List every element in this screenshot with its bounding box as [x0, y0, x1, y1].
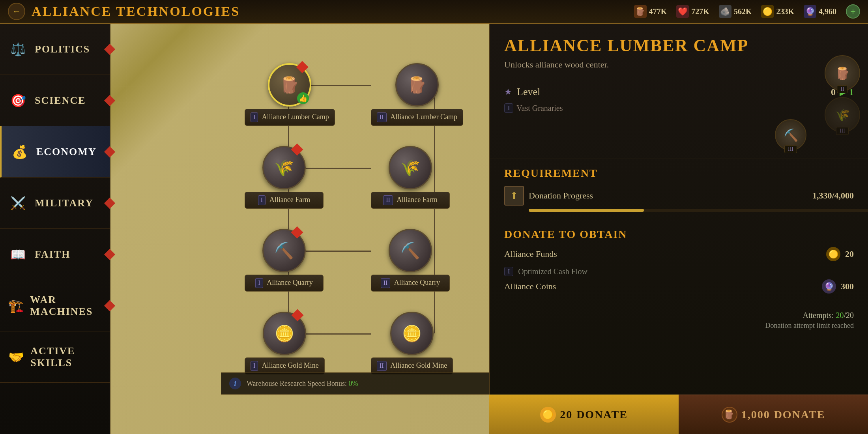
sidebar-label-war-machines: WAR MACHINES: [30, 294, 102, 318]
mine1-label: I Alliance Gold Mine: [245, 357, 325, 374]
info-text: Warehouse Research Speed Bonus: 0%: [247, 380, 358, 388]
sidebar-item-war-machines[interactable]: 🏗️ WAR MACHINES: [0, 280, 110, 331]
donate-gold-coin-icon: 🟡: [540, 407, 556, 423]
donate-obtain-title: DONATE TO OBTAIN: [504, 228, 854, 241]
farm1-label: I Alliance Farm: [245, 192, 324, 209]
sidebar-item-politics[interactable]: ⚖️ POLITICS: [0, 24, 110, 75]
level-badge-mine2: II: [377, 361, 387, 371]
side-node-2: 🌾 III: [825, 97, 860, 133]
tech-node-farm2[interactable]: 🌾 II Alliance Farm: [371, 146, 450, 209]
quarry2-circle: ⛏️: [389, 229, 432, 272]
info-icon: i: [229, 378, 241, 389]
quarry1-label: I Alliance Quarry: [245, 275, 324, 292]
quarry1-circle: ⛏️: [262, 229, 306, 272]
level-badge-farm1: I: [258, 195, 266, 205]
donate-wood-label: DONATE: [774, 408, 825, 421]
food-icon: ❤️: [676, 5, 689, 18]
food-resource: ❤️ 727K: [676, 5, 709, 18]
sub-node-vast-granaries: I Vast Granaries: [504, 103, 563, 113]
resource-bar: 🪵 477K ❤️ 727K 🪨 562K 🟡 233K 🔮 4,960 +: [634, 4, 860, 19]
sidebar-item-faith[interactable]: 📖 FAITH: [0, 229, 110, 280]
war-machines-icon: 🏗️: [8, 296, 24, 316]
farm1-circle: 🌾: [262, 146, 306, 189]
politics-icon: ⚖️: [8, 39, 28, 60]
req-row: ⬆ Donation Progress 1,330/4,000: [504, 186, 854, 206]
tech-node-lumber1[interactable]: 🪵 👍 I Alliance Lumber Camp: [245, 63, 335, 126]
detail-header: Alliance Lumber Camp Unlocks alliance wo…: [490, 24, 868, 78]
green-badge: 👍: [297, 92, 309, 104]
sidebar-label-military: MILITARY: [35, 197, 94, 209]
tech-node-mine1[interactable]: 🪙 I Alliance Gold Mine: [245, 312, 325, 374]
tech-node-farm1[interactable]: 🌾 I Alliance Farm: [245, 146, 324, 209]
lumber2-circle: 🪵: [395, 63, 439, 107]
tech-node-mine2[interactable]: 🪙 II Alliance Gold Mine: [371, 312, 453, 374]
side-node-3: ⛏️ III: [775, 119, 806, 151]
level-row: ★ Level 0 ▶ 1: [504, 86, 854, 98]
donate-section: DONATE TO OBTAIN Alliance Funds 🟡 20 I O…: [490, 220, 868, 307]
sidebar-label-economy: ECONOMY: [36, 146, 97, 158]
red-marker-mine1: [292, 309, 304, 321]
sidebar-label-faith: FAITH: [35, 249, 70, 260]
optimized-cash-flow-row: I Optimized Cash Flow: [504, 267, 854, 276]
tech-node-quarry2[interactable]: ⛏️ II Alliance Quarry: [371, 229, 450, 292]
donate-buttons: 🟡 20 DONATE 🪵 1,000 DONATE: [489, 395, 868, 434]
sidebar-item-military[interactable]: ⚔️ MILITARY: [0, 178, 110, 229]
level-section: ★ Level 0 ▶ 1 I Vast Granaries ⛏️ III: [490, 78, 868, 159]
page-title: ALLIANCE TECHNOLOGIES: [32, 4, 634, 19]
sidebar-item-science[interactable]: 🎯 SCIENCE: [0, 75, 110, 126]
active-skills-icon: 🤝: [8, 347, 24, 367]
sidebar-item-active-skills[interactable]: 🤝 ACTIVE SKILLS: [0, 331, 110, 383]
stone-icon: 🪨: [719, 5, 731, 18]
donation-label: Donation Progress: [529, 191, 808, 201]
alliance-coins-row: Alliance Coins 🔮 300: [504, 279, 854, 294]
lumber1-label: I Alliance Lumber Camp: [245, 109, 335, 126]
farm2-circle: 🌾: [389, 146, 432, 189]
wood-resource: 🪵 477K: [634, 5, 667, 18]
mine1-circle: 🪙: [263, 312, 306, 355]
donate-wood-button[interactable]: 🪵 1,000 DONATE: [679, 395, 868, 434]
attempts-section: Attempts: 20/20 Donation attempt limit r…: [490, 307, 868, 334]
sidebar-label-politics: POLITICS: [35, 43, 90, 55]
alliance-funds-row: Alliance Funds 🟡 20: [504, 247, 854, 261]
sub-donate-badge-i: I: [504, 267, 513, 276]
level-badge-quarry1: I: [255, 278, 263, 288]
requirement-title: REQUIREMENT: [504, 167, 854, 180]
red-marker-quarry1: [291, 226, 303, 238]
mine2-circle: 🪙: [390, 312, 434, 355]
science-icon: 🎯: [8, 90, 28, 111]
coins-resource: 🔮 4,960: [804, 5, 836, 18]
gold-icon: 🟡: [761, 5, 774, 18]
faith-icon: 📖: [8, 244, 28, 265]
sidebar-label-active-skills: ACTIVE SKILLS: [30, 345, 102, 369]
mine2-label: II Alliance Gold Mine: [371, 357, 453, 374]
level-badge-ii: II: [377, 112, 387, 122]
alliance-funds-label: Alliance Funds: [504, 249, 821, 259]
tech-node-quarry1[interactable]: ⛏️ I Alliance Quarry: [245, 229, 324, 292]
donation-arrow-icon: ⬆: [504, 186, 524, 206]
back-button[interactable]: ←: [8, 3, 25, 20]
economy-icon: 💰: [9, 142, 30, 162]
tech-node-lumber2[interactable]: 🪵 II Alliance Lumber Camp: [371, 63, 463, 126]
military-icon: ⚔️: [8, 193, 28, 213]
attempts-text: Attempts: 20/20: [504, 311, 854, 320]
wood-icon: 🪵: [634, 5, 647, 18]
coins-value: 4,960: [819, 7, 836, 16]
level-label: Level: [517, 86, 826, 98]
gold-value: 233K: [776, 7, 794, 16]
level-badge-quarry2: II: [381, 278, 391, 288]
star-icon: ★: [504, 87, 512, 97]
sidebar-item-economy[interactable]: 💰 ECONOMY: [0, 126, 110, 178]
level-badge-mine1: I: [251, 361, 258, 371]
requirement-section: REQUIREMENT ⬆ Donation Progress 1,330/4,…: [490, 159, 868, 220]
sub-donate-label: Optimized Cash Flow: [518, 267, 854, 276]
detail-side-icons: 🪵 II 🌾 III: [825, 55, 860, 133]
farm2-label: II Alliance Farm: [371, 192, 450, 209]
detail-panel: 🪵 II 🌾 III Alliance Lumber Camp Unlocks …: [489, 24, 868, 434]
coins-icon: 🔮: [804, 5, 816, 18]
donate-gold-button[interactable]: 🟡 20 DONATE: [489, 395, 679, 434]
side-node-1: 🪵 II: [825, 55, 860, 91]
add-resources-button[interactable]: +: [846, 4, 860, 19]
quarry2-label: II Alliance Quarry: [371, 275, 450, 292]
sidebar-label-science: SCIENCE: [35, 95, 86, 107]
silver-coin-icon: 🔮: [822, 279, 836, 294]
